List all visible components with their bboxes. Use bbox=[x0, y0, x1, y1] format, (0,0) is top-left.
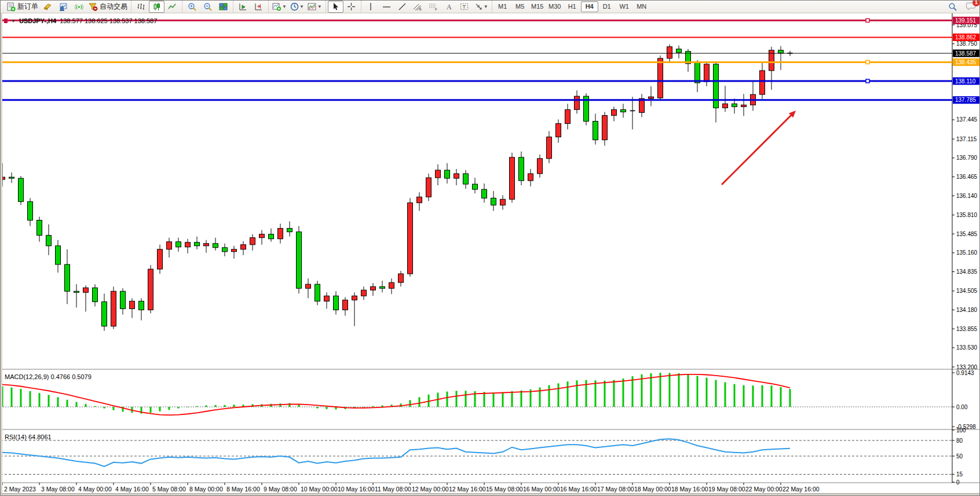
candle-body bbox=[473, 184, 478, 189]
candle-body bbox=[445, 170, 450, 178]
chart-ohlc-values: 138.577 138.625 138.537 138.587 bbox=[60, 17, 157, 24]
time-tick-label: 8 May 16:00 bbox=[226, 486, 260, 493]
price-tick-label: 136.465 bbox=[956, 174, 978, 180]
cursor-button[interactable] bbox=[328, 1, 343, 13]
candle-body bbox=[204, 244, 209, 246]
candle-body bbox=[324, 296, 330, 301]
timeframe-button-m30[interactable]: M30 bbox=[546, 1, 564, 12]
timeframe-button-m5[interactable]: M5 bbox=[511, 1, 529, 12]
arrows-caret: ▼ bbox=[484, 4, 488, 9]
timeframe-button-h1[interactable]: H1 bbox=[564, 1, 581, 12]
chart-canvas[interactable]: 139.075138.750137.445137.115136.790136.4… bbox=[1, 13, 980, 496]
time-tick-label: 11 May 08:00 bbox=[375, 486, 411, 493]
time-tick-label: 4 May 16:00 bbox=[115, 486, 149, 493]
line-chart-button[interactable] bbox=[164, 1, 180, 13]
candle-body bbox=[778, 50, 784, 53]
trend-arrow-line[interactable] bbox=[722, 113, 793, 185]
candle-body bbox=[28, 201, 33, 220]
candle-body bbox=[537, 159, 543, 174]
trendline-button[interactable] bbox=[394, 1, 410, 13]
auto-scroll-icon bbox=[239, 2, 247, 11]
time-tick-label: 10 May 00:00 bbox=[301, 486, 338, 493]
horizontal-line-icon bbox=[382, 3, 391, 11]
candle-body bbox=[565, 109, 571, 123]
candle-body bbox=[9, 177, 14, 178]
candle-body bbox=[37, 220, 42, 235]
text-button[interactable]: A bbox=[441, 1, 457, 13]
candle-body bbox=[361, 290, 367, 296]
candle-body bbox=[371, 286, 376, 290]
signals-button[interactable] bbox=[71, 1, 87, 13]
candle-body bbox=[519, 157, 524, 181]
new-order-icon bbox=[6, 2, 16, 12]
toolbar-right: 1 bbox=[945, 1, 980, 13]
candle-body bbox=[723, 104, 728, 108]
candle-body bbox=[677, 49, 682, 53]
time-tick-label: 18 May 00:00 bbox=[634, 486, 671, 493]
candlestick-icon bbox=[152, 2, 161, 11]
toolbar-group-zoom bbox=[182, 1, 233, 13]
time-tick-label: 16 May 16:00 bbox=[560, 486, 597, 493]
profile-icon bbox=[59, 2, 68, 11]
arrows-button[interactable]: ▼ bbox=[473, 1, 490, 13]
line-handle[interactable] bbox=[866, 19, 869, 22]
price-axis[interactable]: 139.075138.750137.445137.115136.790136.4… bbox=[952, 22, 978, 370]
tile-windows-button[interactable] bbox=[215, 1, 231, 13]
timeframe-button-m15[interactable]: M15 bbox=[529, 1, 546, 12]
line-handle[interactable] bbox=[866, 79, 869, 83]
zoom-in-button[interactable] bbox=[184, 1, 200, 13]
templates-button[interactable]: ▼ bbox=[306, 1, 324, 13]
periods-button[interactable]: ▼ bbox=[288, 1, 306, 13]
indicators-button[interactable]: ▼ bbox=[270, 1, 288, 13]
vertical-line-button[interactable] bbox=[363, 1, 379, 13]
candlestick-chart-button[interactable] bbox=[149, 1, 164, 13]
chat-button[interactable]: 1 bbox=[966, 1, 976, 13]
chart-window: 139.075138.750137.445137.115136.790136.4… bbox=[1, 13, 980, 496]
candle-body bbox=[148, 269, 153, 310]
trend-arrow[interactable] bbox=[722, 111, 796, 185]
auto-scroll-button[interactable] bbox=[235, 1, 251, 13]
candle-body bbox=[398, 274, 404, 282]
candle-body bbox=[93, 288, 98, 302]
search-button[interactable] bbox=[945, 1, 960, 13]
svg-text:F: F bbox=[435, 8, 437, 11]
fibonacci-button[interactable]: F bbox=[426, 1, 441, 13]
line-handle[interactable] bbox=[866, 60, 869, 64]
toolbar-group-trade: 新订单 自动交易 bbox=[3, 1, 131, 13]
toolbar: 新订单 自动交易 bbox=[1, 1, 980, 13]
timeframe-button-mn[interactable]: MN bbox=[633, 1, 650, 12]
time-tick-label: 18 May 16:00 bbox=[671, 486, 708, 493]
time-tick-label: 17 May 08:00 bbox=[597, 486, 634, 493]
trendline-icon bbox=[398, 2, 407, 11]
text-label-button[interactable]: T bbox=[457, 1, 473, 13]
timeframe-button-w1[interactable]: W1 bbox=[616, 1, 633, 12]
candle-body bbox=[621, 109, 626, 112]
chart-shift-button[interactable] bbox=[251, 1, 266, 13]
rsi-tick-label: 0 bbox=[956, 479, 960, 486]
timeframe-button-m1[interactable]: M1 bbox=[494, 1, 511, 12]
zoom-out-button[interactable] bbox=[200, 1, 215, 13]
autotrading-button[interactable]: 自动交易 bbox=[87, 1, 129, 13]
toolbar-group-lines: E F A T ▼ bbox=[361, 1, 492, 13]
time-axis[interactable]: 2 May 20233 May 08:004 May 00:004 May 16… bbox=[2, 483, 820, 493]
market-watch-button[interactable] bbox=[40, 1, 56, 13]
rsi-pane: 1008050150 bbox=[1, 427, 966, 486]
macd-tick-label: 0.00 bbox=[956, 404, 968, 410]
equidistant-channel-button[interactable]: E bbox=[410, 1, 426, 13]
bar-chart-button[interactable] bbox=[133, 1, 149, 13]
timeframe-button-h4[interactable]: H4 bbox=[581, 1, 598, 12]
time-tick-label: 2 May 2023 bbox=[4, 486, 36, 493]
timeframe-button-d1[interactable]: D1 bbox=[598, 1, 616, 12]
signals-icon bbox=[75, 2, 83, 11]
new-order-button[interactable]: 新订单 bbox=[5, 1, 40, 13]
svg-text:A: A bbox=[447, 3, 452, 11]
candle-body bbox=[500, 199, 506, 205]
profile-button[interactable] bbox=[56, 1, 71, 13]
candle-body bbox=[250, 238, 255, 245]
candle-body bbox=[575, 96, 580, 109]
horizontal-line-button[interactable] bbox=[379, 1, 394, 13]
chat-notification-badge: 1 bbox=[972, 0, 980, 6]
candle-body bbox=[510, 157, 515, 199]
candle-body bbox=[315, 284, 320, 301]
crosshair-button[interactable] bbox=[343, 1, 359, 13]
